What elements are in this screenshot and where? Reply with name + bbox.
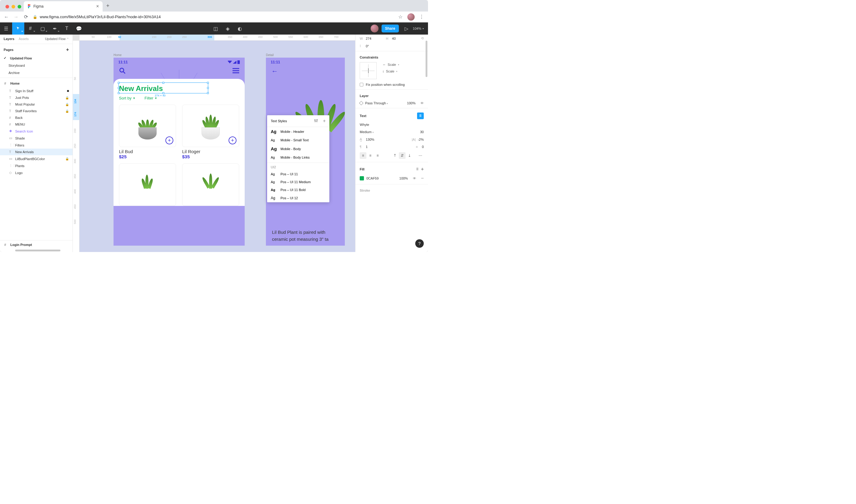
- blend-mode-select[interactable]: Pass Through ▾: [365, 101, 388, 105]
- right-panel-scrollbar[interactable]: [426, 35, 427, 252]
- add-page-icon[interactable]: +: [66, 47, 69, 52]
- frame-tool[interactable]: #: [24, 22, 36, 35]
- share-button[interactable]: Share: [381, 24, 399, 33]
- settings-icon[interactable]: [311, 119, 318, 123]
- text-tool[interactable]: T: [61, 22, 73, 35]
- product-card-lil-roger[interactable]: +: [182, 105, 239, 147]
- visibility-icon[interactable]: 👁: [421, 101, 424, 105]
- layer-plants[interactable]: ⋮⋮Plants: [0, 162, 72, 169]
- add-icon[interactable]: +: [228, 137, 237, 144]
- align-middle-icon[interactable]: ⇵: [399, 152, 406, 159]
- fix-position-checkbox[interactable]: Fix position when scrolling: [356, 81, 428, 88]
- font-weight-select[interactable]: Medium ▾: [360, 130, 374, 134]
- fill-styles-icon[interactable]: ⠿: [416, 167, 418, 171]
- assets-tab[interactable]: Assets: [18, 37, 29, 41]
- help-button[interactable]: ?: [415, 239, 424, 248]
- pen-tool[interactable]: ✒: [49, 22, 61, 35]
- browser-menu-icon[interactable]: ⋮: [419, 14, 424, 20]
- reset-rotation-icon[interactable]: ⟲: [421, 36, 424, 40]
- lock-icon[interactable]: 🔒: [65, 157, 69, 160]
- product-card[interactable]: [119, 163, 176, 206]
- minimize-window[interactable]: [12, 5, 15, 8]
- back-icon[interactable]: ←: [4, 14, 9, 20]
- boolean-tool[interactable]: ◐: [234, 22, 246, 35]
- add-style-icon[interactable]: +: [321, 118, 326, 124]
- constraints-widget[interactable]: [360, 62, 377, 79]
- lock-icon[interactable]: 🔒: [65, 96, 69, 100]
- browser-tab[interactable]: Figma ×: [24, 1, 103, 12]
- frame-home-canvas[interactable]: 11:11 New Ar: [114, 58, 245, 246]
- align-right-icon[interactable]: ≡: [374, 152, 381, 159]
- layer-just-pots[interactable]: TJust Pots🔒: [0, 94, 72, 101]
- star-icon[interactable]: ☆: [398, 14, 403, 20]
- menu-icon[interactable]: [233, 67, 239, 76]
- fill-swatch[interactable]: [360, 176, 364, 180]
- back-arrow-icon[interactable]: ←: [271, 67, 278, 75]
- move-tool[interactable]: [12, 22, 24, 35]
- profile-avatar[interactable]: [407, 13, 415, 21]
- main-menu-icon[interactable]: ☰: [0, 22, 12, 35]
- frame-home[interactable]: #Home: [0, 79, 72, 88]
- canvas-area[interactable]: 32306 50 100 150 200 250 350 400 450 500…: [73, 35, 355, 252]
- left-panel-scrollbar[interactable]: [0, 249, 72, 252]
- user-avatar[interactable]: [371, 24, 378, 33]
- paragraph-spacing-field[interactable]: ¶1: [360, 145, 367, 149]
- style-ui12[interactable]: AgPos – UI 12: [267, 194, 329, 202]
- line-height-field[interactable]: A̲130%: [360, 137, 374, 141]
- page-archive[interactable]: Archive: [0, 69, 72, 76]
- add-icon[interactable]: +: [166, 137, 173, 144]
- layer-most-popular[interactable]: TMost Popular🔒: [0, 101, 72, 108]
- product-card[interactable]: [182, 163, 239, 206]
- layer-menu[interactable]: #MENU: [0, 121, 72, 128]
- page-storyboard[interactable]: Storyboard: [0, 62, 72, 69]
- close-tab-icon[interactable]: ×: [96, 4, 99, 9]
- new-tab-button[interactable]: +: [103, 3, 113, 12]
- layer-staff-favorites[interactable]: TStaff Favorites🔒: [0, 108, 72, 114]
- product-card-lil-bud[interactable]: +: [119, 105, 176, 147]
- fill-visibility-icon[interactable]: 👁: [413, 177, 416, 180]
- rotation-field[interactable]: ⟟0°: [360, 44, 369, 48]
- layer-shade[interactable]: ▭Shade: [0, 134, 72, 142]
- mask-tool[interactable]: ◈: [222, 22, 234, 35]
- fill-hex-field[interactable]: 0CAF59: [366, 177, 378, 180]
- style-mobile-links[interactable]: AgMobile - Body Links: [267, 154, 329, 161]
- frame-login-prompt[interactable]: #Login Prompt: [0, 240, 72, 249]
- layer-sign-in-stuff[interactable]: TSign In Stuff: [0, 88, 72, 94]
- sort-dropdown[interactable]: Sort by ▼: [119, 96, 135, 101]
- page-selector[interactable]: Updated Flow⌃: [45, 37, 69, 41]
- v-constraint-select[interactable]: ↕ Scale ▾: [382, 69, 399, 73]
- align-left-icon[interactable]: ≡: [360, 152, 366, 159]
- h-constraint-select[interactable]: ↔ Scale ▾: [382, 63, 399, 67]
- layers-tab[interactable]: Layers: [4, 37, 14, 41]
- layer-search-icon[interactable]: ❖Search Icon: [0, 128, 72, 134]
- maximize-window[interactable]: [18, 5, 21, 8]
- lock-icon[interactable]: 🔒: [65, 103, 69, 106]
- layer-opacity-field[interactable]: 100%: [407, 101, 415, 105]
- style-ui11[interactable]: AgPos – UI 11: [267, 170, 329, 178]
- letter-spacing-field[interactable]: |A|-2%: [412, 138, 424, 141]
- align-center-icon[interactable]: ≡: [367, 152, 374, 159]
- zoom-control[interactable]: 104%▾: [411, 27, 428, 30]
- style-ui11-bold[interactable]: AgPos – UI 11 Bold: [267, 186, 329, 194]
- style-ui11-medium[interactable]: AgPos – UI 11 Medium: [267, 178, 329, 186]
- style-mobile-header[interactable]: AgMobile - Header: [267, 127, 329, 136]
- height-field[interactable]: H40: [386, 37, 395, 40]
- paragraph-indent-field[interactable]: ≡0: [416, 145, 424, 149]
- url-field[interactable]: 🔒 www.figma.com/file/x5MuLtiPlaY3r/Lil-B…: [33, 15, 393, 19]
- align-bottom-icon[interactable]: ⤓: [406, 152, 413, 159]
- reload-icon[interactable]: ⟳: [23, 14, 29, 20]
- shape-tool[interactable]: ▢: [36, 22, 49, 35]
- comment-tool[interactable]: 💬: [73, 22, 85, 35]
- page-updated-flow[interactable]: Updated Flow: [0, 54, 72, 62]
- font-size-field[interactable]: 30: [420, 130, 424, 134]
- width-field[interactable]: W274: [360, 37, 371, 40]
- fill-opacity-field[interactable]: 100%: [399, 177, 408, 180]
- layer-logo[interactable]: ◇Logo: [0, 169, 72, 176]
- forward-icon[interactable]: →: [13, 14, 19, 20]
- lock-icon[interactable]: 🔒: [65, 109, 69, 113]
- more-type-options-icon[interactable]: ⋯: [417, 152, 424, 159]
- layer-back[interactable]: #Back: [0, 114, 72, 121]
- frame-label-detail[interactable]: Detail: [266, 53, 274, 57]
- add-fill-icon[interactable]: +: [421, 166, 424, 172]
- layer-new-arrivals[interactable]: TNew Arrivals: [0, 149, 72, 155]
